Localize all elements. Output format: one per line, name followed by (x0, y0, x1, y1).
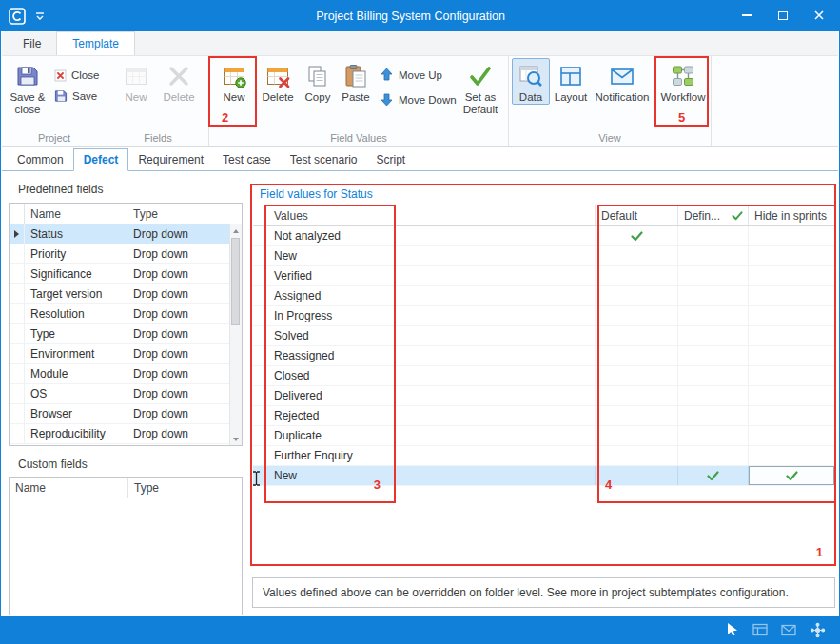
column-header-default[interactable]: Default (596, 205, 678, 225)
defined-checkbox-cell[interactable] (678, 366, 749, 385)
value-row[interactable]: Not analyzed (253, 226, 835, 246)
default-checkbox-cell[interactable] (596, 446, 678, 465)
move-down-button[interactable]: Move Down (380, 92, 452, 107)
field-values-new-button[interactable]: New (212, 58, 256, 104)
hide-checkbox-cell[interactable] (749, 466, 835, 485)
defined-checkbox-cell[interactable] (678, 326, 749, 345)
hide-checkbox-cell[interactable] (749, 446, 835, 465)
defined-checkbox-cell[interactable] (678, 446, 749, 465)
hide-checkbox-cell[interactable] (749, 306, 835, 325)
status-network-icon[interactable] (810, 622, 826, 638)
app-logo-icon[interactable] (9, 8, 26, 25)
default-checkbox-cell[interactable] (596, 266, 678, 285)
value-row[interactable]: Assigned (253, 286, 835, 306)
value-row[interactable]: New (253, 246, 835, 266)
predefined-field-row[interactable]: EnvironmentDrop down (10, 344, 229, 364)
value-row[interactable]: Verified (253, 266, 835, 286)
predefined-field-row[interactable]: PriorityDrop down (10, 244, 229, 264)
predefined-field-row[interactable]: Target versionDrop down (10, 284, 229, 304)
column-header-type[interactable]: Type (128, 478, 242, 498)
defined-checkbox-cell[interactable] (678, 246, 749, 265)
default-checkbox-cell[interactable] (596, 406, 678, 425)
tab-test-scenario[interactable]: Test scenario (281, 148, 367, 170)
value-row[interactable]: Closed (253, 366, 835, 386)
predefined-field-row[interactable]: ReproducibilityDrop down (10, 424, 229, 444)
scrollbar-thumb[interactable] (231, 238, 240, 325)
tab-defect[interactable]: Defect (73, 148, 129, 171)
default-checkbox-cell[interactable] (596, 366, 678, 385)
hide-checkbox-cell[interactable] (749, 366, 835, 385)
minimize-button[interactable] (729, 1, 765, 29)
defined-checkbox-cell[interactable] (678, 426, 749, 445)
hide-checkbox-cell[interactable] (749, 406, 835, 425)
value-row[interactable]: Solved (253, 326, 835, 346)
hide-checkbox-cell[interactable] (749, 426, 835, 445)
maximize-button[interactable] (765, 1, 801, 29)
value-row[interactable]: New (253, 466, 835, 486)
status-pointer-icon[interactable] (725, 622, 739, 637)
move-up-button[interactable]: Move Up (380, 68, 452, 82)
value-row[interactable]: Reassigned (253, 346, 835, 366)
paste-button[interactable]: Paste (336, 58, 376, 104)
set-as-default-button[interactable]: Set as Default (456, 58, 505, 116)
tab-common[interactable]: Common (8, 148, 73, 170)
column-header-hide-in-sprints[interactable]: Hide in sprints (749, 205, 835, 225)
notification-view-button[interactable]: Notification (592, 58, 653, 104)
defined-checkbox-cell[interactable] (678, 466, 749, 485)
value-row[interactable]: Rejected (253, 406, 835, 426)
field-values-delete-button[interactable]: Delete (256, 58, 300, 104)
value-row[interactable]: Further Enquiry (253, 446, 835, 466)
quick-access-icon[interactable] (34, 10, 46, 22)
hide-checkbox-cell[interactable] (749, 386, 835, 405)
scroll-up-button[interactable] (230, 224, 242, 237)
close-button[interactable]: Close (50, 65, 104, 86)
hide-checkbox-cell[interactable] (749, 346, 835, 365)
defined-checkbox-cell[interactable] (678, 406, 749, 425)
fields-new-button[interactable]: New (115, 58, 157, 104)
column-header-values[interactable]: Values (253, 205, 596, 225)
tab-test-case[interactable]: Test case (213, 148, 281, 170)
hide-checkbox-cell[interactable] (749, 286, 835, 305)
value-row[interactable]: Delivered (253, 386, 835, 406)
hide-checkbox-cell[interactable] (749, 326, 835, 345)
predefined-field-row[interactable]: ModuleDrop down (10, 364, 229, 384)
workflow-view-button[interactable]: Workflow (658, 58, 708, 104)
predefined-scrollbar[interactable] (229, 224, 242, 445)
defined-checkbox-cell[interactable] (678, 306, 749, 325)
predefined-field-row[interactable]: BrowserDrop down (10, 404, 229, 424)
default-checkbox-cell[interactable] (596, 326, 678, 345)
column-header-name[interactable]: Name (25, 204, 127, 224)
predefined-field-row[interactable]: ResolutionDrop down (10, 304, 229, 324)
hide-checkbox-cell[interactable] (749, 266, 835, 285)
defined-checkbox-cell[interactable] (678, 266, 749, 285)
save-button[interactable]: Save (50, 86, 104, 107)
hide-checkbox-cell[interactable] (749, 246, 835, 265)
default-checkbox-cell[interactable] (596, 466, 678, 485)
hide-checkbox-cell[interactable] (749, 226, 835, 245)
status-mail-icon[interactable] (781, 624, 796, 636)
column-header-name[interactable]: Name (10, 478, 128, 498)
close-window-button[interactable] (801, 1, 837, 29)
default-checkbox-cell[interactable] (596, 426, 678, 445)
tab-requirement[interactable]: Requirement (128, 148, 213, 170)
predefined-field-row[interactable]: StatusDrop down (10, 224, 229, 244)
predefined-field-row[interactable]: OSDrop down (10, 384, 229, 404)
tab-template[interactable]: Template (56, 31, 135, 55)
predefined-field-row[interactable]: TypeDrop down (10, 324, 229, 344)
default-checkbox-cell[interactable] (596, 306, 678, 325)
status-panel-icon[interactable] (752, 623, 768, 636)
column-header-type[interactable]: Type (127, 204, 242, 224)
copy-button[interactable]: Copy (300, 58, 336, 104)
fields-delete-button[interactable]: Delete (157, 58, 201, 104)
defined-checkbox-cell[interactable] (678, 226, 749, 245)
defined-checkbox-cell[interactable] (678, 386, 749, 405)
default-checkbox-cell[interactable] (596, 346, 678, 365)
defined-checkbox-cell[interactable] (678, 286, 749, 305)
save-and-close-button[interactable]: Save & close (5, 58, 50, 116)
value-row[interactable]: In Progress (253, 306, 835, 326)
tab-script[interactable]: Script (366, 148, 415, 170)
data-view-button[interactable]: Data (512, 58, 550, 105)
tab-file[interactable]: File (8, 31, 56, 55)
column-header-defined[interactable]: Defin... (678, 205, 749, 225)
default-checkbox-cell[interactable] (596, 386, 678, 405)
